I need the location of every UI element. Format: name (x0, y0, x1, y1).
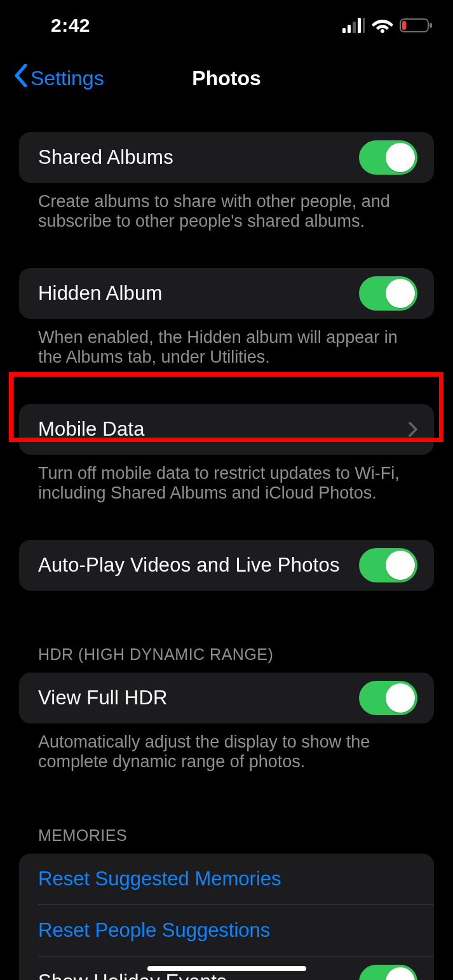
reset-people-suggestions-row[interactable]: Reset People Suggestions (19, 905, 434, 956)
view-full-hdr-row[interactable]: View Full HDR (19, 673, 434, 723)
shared-albums-label: Shared Albums (38, 146, 173, 169)
memories-header: MEMORIES (19, 826, 434, 854)
svg-rect-7 (402, 21, 406, 30)
shared-albums-toggle[interactable] (359, 140, 417, 175)
hidden-album-row[interactable]: Hidden Album (19, 268, 434, 319)
status-icons (342, 18, 434, 33)
chevron-right-icon (409, 422, 417, 437)
hidden-album-label: Hidden Album (38, 282, 162, 305)
hdr-footer: Automatically adjust the display to show… (19, 723, 434, 772)
reset-people-suggestions-label: Reset People Suggestions (38, 919, 270, 942)
wifi-icon (372, 18, 393, 33)
shared-albums-row[interactable]: Shared Albums (19, 132, 434, 183)
home-indicator[interactable] (147, 966, 306, 971)
back-button[interactable]: Settings (14, 64, 104, 92)
reset-suggested-memories-label: Reset Suggested Memories (38, 868, 281, 890)
show-holiday-events-label: Show Holiday Events (38, 970, 227, 980)
cellular-icon (342, 18, 365, 33)
memories-group: Reset Suggested Memories Reset People Su… (19, 854, 434, 980)
autoplay-label: Auto-Play Videos and Live Photos (38, 554, 340, 577)
mobile-data-footer: Turn off mobile data to restrict updates… (19, 455, 434, 503)
back-label: Settings (30, 67, 104, 90)
svg-rect-2 (353, 22, 356, 33)
mobile-data-row[interactable]: Mobile Data (19, 404, 434, 455)
mobile-data-label: Mobile Data (38, 418, 145, 441)
svg-rect-4 (363, 18, 365, 33)
reset-suggested-memories-row[interactable]: Reset Suggested Memories (19, 854, 434, 904)
hidden-album-toggle[interactable] (359, 276, 417, 311)
nav-header: Settings Photos (0, 51, 453, 105)
svg-rect-1 (348, 25, 351, 33)
autoplay-row[interactable]: Auto-Play Videos and Live Photos (19, 540, 434, 591)
hdr-header: HDR (HIGH DYNAMIC RANGE) (19, 645, 434, 673)
hidden-album-footer: When enabled, the Hidden album will appe… (19, 319, 434, 367)
chevron-left-icon (14, 64, 28, 92)
svg-rect-0 (342, 28, 346, 33)
svg-point-5 (381, 29, 384, 33)
battery-icon (400, 18, 434, 33)
svg-rect-3 (358, 18, 361, 33)
show-holiday-events-toggle[interactable] (359, 965, 417, 980)
status-bar: 2:42 (0, 0, 453, 51)
autoplay-toggle[interactable] (359, 548, 417, 582)
svg-rect-8 (429, 23, 432, 28)
settings-content: Shared Albums Create albums to share wit… (0, 105, 453, 980)
shared-albums-footer: Create albums to share with other people… (19, 183, 434, 231)
photos-settings-screen: 2:42 (0, 0, 453, 980)
status-time: 2:42 (51, 15, 90, 36)
view-full-hdr-label: View Full HDR (38, 687, 168, 709)
view-full-hdr-toggle[interactable] (359, 681, 417, 715)
